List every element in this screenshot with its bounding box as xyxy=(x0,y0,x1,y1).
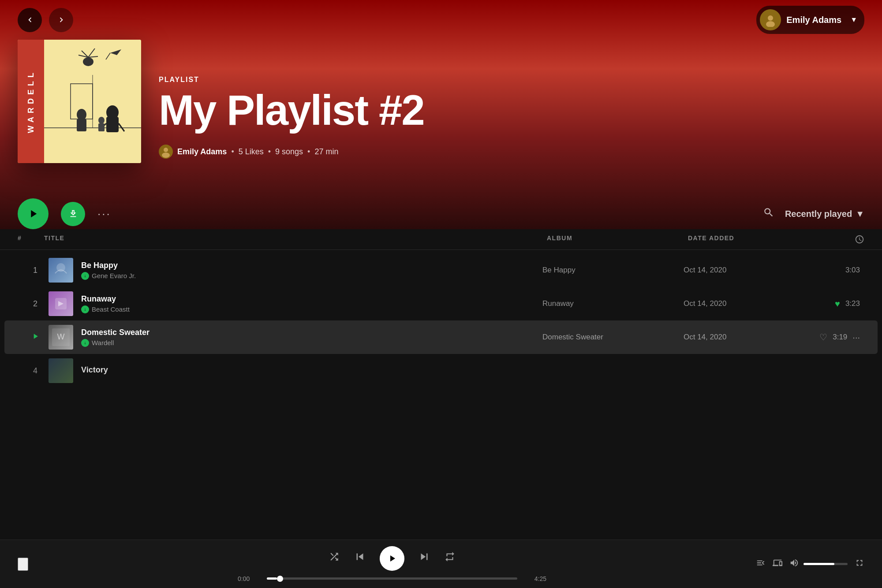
track-title-area: Runaway ↓ Beast Coastt xyxy=(81,294,130,313)
likes-count: 5 Likes xyxy=(239,147,264,156)
previous-button[interactable] xyxy=(353,550,366,566)
track-name: Runaway xyxy=(81,294,130,304)
track-info: Victory xyxy=(49,358,542,383)
total-time: 4:25 xyxy=(524,575,546,582)
volume-fill xyxy=(804,563,834,565)
owner-name: Emily Adams xyxy=(177,147,227,156)
track-date: Oct 14, 2020 xyxy=(684,299,807,308)
track-title-area: Victory xyxy=(81,365,108,376)
track-title-area: Domestic Sweater ↓ Wardell xyxy=(81,328,149,347)
fullscreen-button[interactable] xyxy=(855,558,864,570)
chevron-down-icon: ▼ xyxy=(850,16,857,24)
nav-bar: Emily Adams ▼ xyxy=(0,0,882,40)
album-illustration-area xyxy=(44,40,141,163)
track-info: Runaway ↓ Beast Coastt xyxy=(49,291,542,316)
track-album: Runaway xyxy=(542,299,684,308)
col-album-header: ALBUM xyxy=(547,234,688,244)
user-profile[interactable]: Emily Adams ▼ xyxy=(756,6,864,34)
album-art: WARDELL xyxy=(18,40,141,163)
svg-rect-12 xyxy=(77,119,86,131)
table-section: # TITLE ALBUM DATE ADDED 1 Be Happy ↓ Ge… xyxy=(0,229,882,387)
player-bar: ♡ 0:00 4:25 xyxy=(0,540,882,588)
repeat-button[interactable] xyxy=(444,551,456,566)
progress-track[interactable] xyxy=(267,577,517,580)
back-button[interactable] xyxy=(18,8,42,32)
track-row[interactable]: W Domestic Sweater ↓ Wardell Domestic Sw… xyxy=(4,320,878,354)
album-art-inner: WARDELL xyxy=(18,40,141,163)
volume-track[interactable] xyxy=(804,563,848,565)
col-date-header: DATE ADDED xyxy=(688,234,811,244)
download-button[interactable] xyxy=(61,202,85,226)
col-duration-header xyxy=(811,234,864,244)
more-options-button[interactable]: ··· xyxy=(97,207,111,221)
playlist-type-label: PLAYLIST xyxy=(159,76,864,84)
heart-outline-icon: ♡ xyxy=(819,332,827,342)
progress-bar-container: 0:00 4:25 xyxy=(238,575,546,582)
track-number: 2 xyxy=(22,299,49,309)
track-date: Oct 14, 2020 xyxy=(684,266,807,275)
track-number: 1 xyxy=(22,266,49,275)
track-title-area: Be Happy ↓ Gene Evaro Jr. xyxy=(81,261,136,280)
meta-separator-2: • xyxy=(268,147,271,156)
track-name: Be Happy xyxy=(81,261,136,270)
svg-rect-31 xyxy=(49,358,73,383)
svg-text:W: W xyxy=(57,332,65,341)
track-duration: 3:03 xyxy=(807,266,860,275)
track-date: Oct 14, 2020 xyxy=(684,333,807,342)
track-row[interactable]: 2 Runaway ↓ Beast Coastt Runaway Oct 14,… xyxy=(4,287,878,320)
heart-filled-icon: ♥ xyxy=(835,299,840,309)
track-row[interactable]: 1 Be Happy ↓ Gene Evaro Jr. Be Happy Oct… xyxy=(4,253,878,287)
track-thumbnail: W xyxy=(49,325,73,350)
svg-rect-14 xyxy=(98,123,105,131)
next-button[interactable] xyxy=(418,550,431,566)
svg-point-13 xyxy=(98,117,105,124)
volume-control xyxy=(789,558,848,570)
track-info: W Domestic Sweater ↓ Wardell xyxy=(49,325,542,350)
playlist-title: My Playlist #2 xyxy=(159,89,864,131)
recently-played-label: Recently played xyxy=(785,209,852,219)
playlist-info: PLAYLIST My Playlist #2 Emily Adams • 5 … xyxy=(159,76,864,163)
volume-icon[interactable] xyxy=(789,558,799,570)
songs-count: 9 songs xyxy=(275,147,303,156)
avatar xyxy=(760,9,781,30)
download-badge-icon: ↓ xyxy=(81,305,89,313)
track-info: Be Happy ↓ Gene Evaro Jr. xyxy=(49,258,542,283)
search-button[interactable] xyxy=(763,207,774,221)
track-artist: ↓ Beast Coastt xyxy=(81,305,130,313)
track-number: 4 xyxy=(22,366,49,376)
user-name-label: Emily Adams xyxy=(786,15,841,25)
more-dots-icon: ··· xyxy=(97,207,111,221)
playlist-meta: Emily Adams • 5 Likes • 9 songs • 27 min xyxy=(159,145,864,159)
track-number xyxy=(22,332,49,343)
like-button[interactable]: ♡ xyxy=(18,558,28,571)
forward-button[interactable] xyxy=(49,8,73,32)
owner-avatar xyxy=(159,145,173,159)
svg-rect-8 xyxy=(106,117,119,132)
track-more-dots-icon[interactable]: ··· xyxy=(852,332,860,342)
track-name: Domestic Sweater xyxy=(81,328,149,337)
svg-point-11 xyxy=(77,109,86,120)
svg-point-15 xyxy=(83,57,93,66)
col-num-header: # xyxy=(18,234,44,244)
devices-button[interactable] xyxy=(773,558,782,570)
track-thumbnail xyxy=(49,258,73,283)
meta-separator-3: • xyxy=(307,147,310,156)
download-badge-icon: ↓ xyxy=(81,339,89,347)
duration: 27 min xyxy=(314,147,338,156)
table-header: # TITLE ALBUM DATE ADDED xyxy=(0,229,882,250)
progress-handle[interactable] xyxy=(277,576,283,582)
play-button[interactable] xyxy=(18,198,49,229)
progress-fill xyxy=(267,577,277,580)
controls-right: Recently played ▼ xyxy=(763,207,864,221)
queue-button[interactable] xyxy=(756,558,766,570)
track-row[interactable]: 4 Victory xyxy=(4,354,878,387)
player-right-controls xyxy=(756,558,864,570)
meta-separator-1: • xyxy=(231,147,234,156)
shuffle-button[interactable] xyxy=(329,551,340,566)
hero-section: WARDELL xyxy=(18,26,864,163)
recently-played-button[interactable]: Recently played ▼ xyxy=(785,209,864,219)
track-album: Domestic Sweater xyxy=(542,333,684,342)
play-pause-button[interactable] xyxy=(380,546,404,571)
nav-buttons xyxy=(18,8,73,32)
track-thumbnail xyxy=(49,358,73,383)
